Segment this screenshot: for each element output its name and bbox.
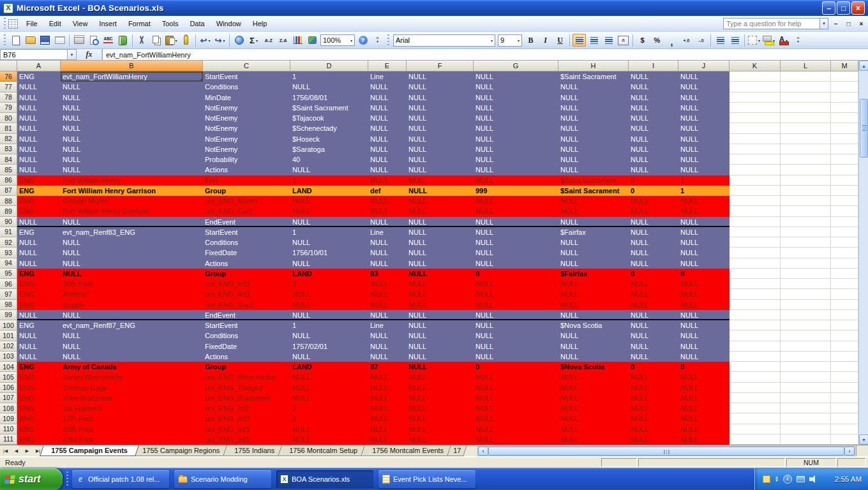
cell-C84[interactable]: Probability (203, 154, 290, 165)
cell-G84[interactable]: NULL (474, 154, 558, 165)
cell-D105[interactable]: NULL (290, 372, 368, 382)
row-header-82[interactable]: 82 (0, 134, 17, 144)
cell-D93[interactable]: 1756/10/01 (290, 248, 368, 258)
taskbar-clock[interactable]: 2:55 AM (835, 475, 862, 483)
cell-C99[interactable]: EndEvent (203, 310, 290, 320)
cell-D106[interactable]: NULL (290, 383, 368, 393)
cell-K79[interactable] (730, 103, 781, 113)
email-icon[interactable] (53, 34, 66, 47)
cell-D78[interactable]: 1756/08/01 (290, 93, 368, 103)
cell-J78[interactable]: NULL (678, 93, 730, 103)
cell-J80[interactable]: NULL (678, 113, 730, 123)
cell-A91[interactable]: ENG (17, 227, 61, 237)
cell-J110[interactable]: NULL (678, 424, 730, 434)
cell-C104[interactable]: Group (203, 362, 290, 372)
cell-F83[interactable]: NULL (407, 144, 474, 154)
network-tray-icon[interactable] (797, 476, 805, 482)
cell-J104[interactable]: 0 (678, 362, 730, 372)
sort-descending-icon[interactable]: Z↓A (276, 34, 290, 47)
cell-M100[interactable] (831, 320, 858, 330)
menu-item-data[interactable]: Data (184, 17, 210, 30)
cell-K84[interactable] (730, 154, 781, 165)
cell-K101[interactable] (730, 330, 781, 341)
cell-L98[interactable] (781, 300, 831, 310)
cell-H104[interactable]: $Nova Scotia (558, 362, 629, 372)
help-icon[interactable]: ? (356, 34, 370, 47)
vertical-scroll-thumb[interactable] (860, 99, 868, 158)
cell-D88[interactable]: NULL (290, 196, 368, 206)
cell-M103[interactable] (831, 352, 858, 362)
cell-K78[interactable] (730, 93, 781, 103)
cell-M79[interactable] (831, 103, 858, 113)
cell-H86[interactable]: $Saint Sacrament (558, 175, 629, 186)
cell-C111[interactable]: uni_ENG_Inf3 (203, 434, 290, 445)
cell-D89[interactable]: NULL (290, 206, 368, 216)
drawing-icon[interactable] (306, 34, 319, 47)
cell-I100[interactable]: NULL (629, 320, 678, 330)
cell-F105[interactable]: NULL (407, 372, 474, 382)
volume-tray-icon[interactable] (809, 475, 818, 483)
cell-H103[interactable]: NULL (558, 352, 629, 362)
cell-F90[interactable]: NULL (407, 217, 474, 227)
cell-K103[interactable] (730, 352, 781, 362)
cell-I87[interactable]: 0 (629, 186, 678, 196)
cell-M94[interactable] (831, 258, 858, 269)
cell-B79[interactable]: NULL (61, 103, 203, 113)
cell-B108[interactable]: 1st Fusileers (61, 403, 203, 413)
cell-L78[interactable] (781, 93, 831, 103)
cell-E81[interactable]: NULL (368, 123, 407, 133)
cell-L89[interactable] (781, 206, 831, 216)
cell-H89[interactable]: NULL (558, 206, 629, 216)
cell-M101[interactable] (831, 330, 858, 341)
cell-G79[interactable]: NULL (474, 103, 558, 113)
cell-D111[interactable]: NULL (290, 434, 368, 445)
cell-J111[interactable]: NULL (678, 434, 730, 445)
cell-C100[interactable]: StartEvent (203, 320, 290, 330)
cell-M88[interactable] (831, 196, 858, 206)
cell-E99[interactable]: NULL (368, 310, 407, 320)
row-header-77[interactable]: 77 (0, 82, 17, 92)
cell-K86[interactable] (730, 175, 781, 186)
cell-K89[interactable] (730, 206, 781, 216)
cell-I96[interactable]: NULL (629, 279, 678, 289)
cell-E95[interactable]: 83 (368, 269, 407, 279)
cell-A81[interactable]: NULL (17, 123, 61, 133)
column-header-G[interactable]: G (474, 61, 558, 71)
cell-D76[interactable]: 1 (290, 71, 368, 82)
cell-J86[interactable]: 1 (678, 175, 730, 186)
cell-B104[interactable]: Army of Canada (61, 362, 203, 372)
cell-F100[interactable]: NULL (407, 320, 474, 330)
cell-C101[interactable]: Conditions (203, 330, 290, 341)
cell-E91[interactable]: Line (368, 227, 407, 237)
cell-C108[interactable]: uni_ENG_Inf2 (203, 403, 290, 413)
cell-M110[interactable] (831, 424, 858, 434)
cell-K111[interactable] (730, 434, 781, 445)
cell-H111[interactable]: NULL (558, 434, 629, 445)
cell-H109[interactable]: NULL (558, 413, 629, 424)
cell-H76[interactable]: $Saint Sacrament (558, 71, 629, 82)
cell-C105[interactable]: uni_ENG_Abercromby (203, 372, 290, 382)
row-header-109[interactable]: 109 (0, 413, 17, 424)
row-header-83[interactable]: 83 (0, 144, 17, 154)
cell-C107[interactable]: uni_ENG_Bradstreet (203, 393, 290, 403)
cell-J94[interactable]: NULL (678, 258, 730, 269)
chart-wizard-icon[interactable] (291, 34, 304, 47)
row-header-85[interactable]: 85 (0, 165, 17, 175)
research-icon[interactable] (116, 34, 130, 47)
cell-A83[interactable]: NULL (17, 144, 61, 154)
cell-K94[interactable] (730, 258, 781, 269)
cell-H102[interactable]: NULL (558, 341, 629, 352)
cell-C82[interactable]: NotEnemy (203, 134, 290, 144)
hyperlink-icon[interactable] (232, 34, 246, 47)
cell-F92[interactable]: NULL (407, 237, 474, 248)
italic-button[interactable]: I (539, 34, 552, 47)
cell-A109[interactable]: ENG (17, 413, 61, 424)
cell-M93[interactable] (831, 248, 858, 258)
cell-B89[interactable]: Fort William Henry Garrison (61, 206, 203, 216)
cell-L103[interactable] (781, 352, 831, 362)
fill-color-button[interactable]: ▾ (762, 34, 775, 47)
cell-L94[interactable] (781, 258, 831, 269)
copy-icon[interactable] (150, 34, 163, 47)
cell-J96[interactable]: NULL (678, 279, 730, 289)
row-header-91[interactable]: 91 (0, 227, 17, 237)
